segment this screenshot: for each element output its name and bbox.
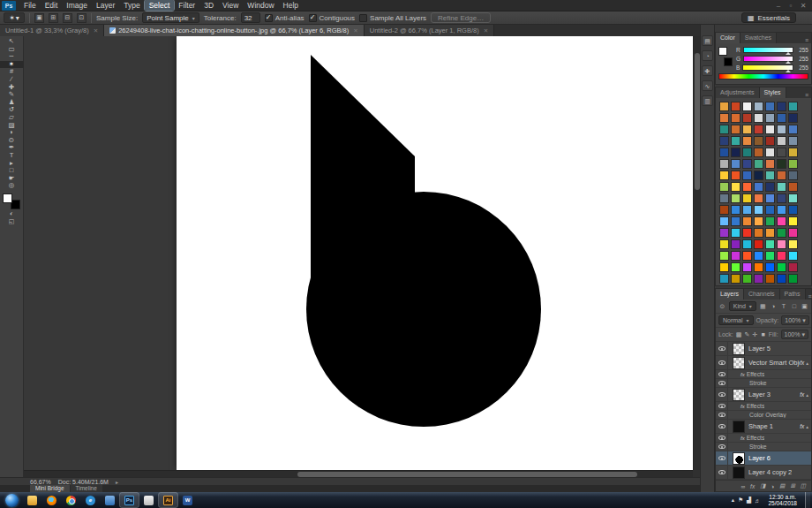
style-swatch[interactable] bbox=[788, 274, 798, 284]
visibility-toggle[interactable] bbox=[716, 466, 728, 479]
option-checkbox[interactable]: ✓ Contiguous bbox=[309, 14, 355, 22]
layer-row[interactable]: fx Color Overlay fx ▴ bbox=[716, 411, 811, 420]
style-swatch[interactable] bbox=[777, 159, 786, 169]
color-spectrum-ramp[interactable] bbox=[718, 73, 808, 80]
style-swatch[interactable] bbox=[765, 136, 775, 146]
style-swatch[interactable] bbox=[731, 148, 741, 157]
style-swatch[interactable] bbox=[719, 262, 729, 272]
collapsed-panel-icon[interactable]: ∿ bbox=[702, 80, 713, 91]
style-swatch[interactable] bbox=[777, 148, 786, 157]
style-swatch[interactable] bbox=[754, 148, 763, 157]
style-swatch[interactable] bbox=[777, 125, 786, 134]
style-swatch[interactable] bbox=[731, 274, 741, 284]
menu-item[interactable]: Image bbox=[62, 0, 92, 11]
style-swatch[interactable] bbox=[788, 171, 798, 180]
close-icon[interactable]: ✕ bbox=[94, 27, 98, 34]
document-tab[interactable]: Untitled-1 @ 33,3% (Gray/8) ✕ bbox=[0, 25, 104, 36]
layers-footer-icon[interactable]: ◑ bbox=[771, 483, 774, 489]
style-swatch[interactable] bbox=[754, 113, 763, 123]
style-swatch[interactable] bbox=[719, 125, 729, 134]
style-swatch[interactable] bbox=[731, 159, 741, 169]
style-swatch[interactable] bbox=[754, 274, 763, 284]
style-swatch[interactable] bbox=[742, 262, 752, 272]
layer-row[interactable]: fx Shape 1 fx ▴ bbox=[716, 420, 811, 434]
option-checkbox[interactable]: ✓ Anti-alias bbox=[265, 14, 304, 22]
style-swatch[interactable] bbox=[765, 125, 775, 134]
kind-filter-dropdown[interactable]: Kind ▾ bbox=[729, 301, 756, 311]
style-swatch[interactable] bbox=[788, 239, 798, 249]
layer-row[interactable]: fx Stroke fx ▴ bbox=[716, 379, 811, 388]
channel-slider[interactable] bbox=[743, 56, 793, 62]
layer-name[interactable]: Shape 1 bbox=[748, 422, 773, 430]
style-swatch[interactable] bbox=[777, 182, 786, 192]
style-swatch[interactable] bbox=[765, 159, 775, 169]
style-swatch[interactable] bbox=[788, 193, 798, 203]
taskbar-clock[interactable]: 12:30 a.m. 25/04/2018 bbox=[763, 494, 801, 507]
menu-item[interactable]: Help bbox=[279, 0, 303, 11]
style-swatch[interactable] bbox=[719, 251, 729, 261]
layer-thumbnail[interactable] bbox=[733, 357, 745, 369]
menu-item[interactable]: 3D bbox=[199, 0, 218, 11]
layer-thumbnail[interactable] bbox=[733, 343, 745, 355]
layer-row[interactable]: fx Layer 3 fx ▴ bbox=[716, 388, 811, 402]
style-swatch[interactable] bbox=[788, 205, 798, 215]
style-swatch[interactable] bbox=[731, 113, 741, 123]
selection-mode-button[interactable]: ⊡ bbox=[77, 13, 86, 23]
taskbar-app-button[interactable] bbox=[23, 493, 41, 507]
document-tab[interactable]: 26249408-live-chat-icon-chatting-online-… bbox=[104, 25, 365, 36]
collapsed-panel-icon[interactable]: ▤ bbox=[702, 35, 713, 46]
style-swatch[interactable] bbox=[719, 239, 729, 249]
taskbar-app-button[interactable]: e bbox=[81, 493, 100, 507]
style-swatch[interactable] bbox=[754, 102, 763, 111]
style-swatch[interactable] bbox=[788, 251, 798, 261]
taskbar-app-button[interactable]: W bbox=[178, 493, 197, 507]
style-swatch[interactable] bbox=[777, 193, 786, 203]
foreground-color-swatch[interactable] bbox=[718, 47, 727, 56]
style-swatch[interactable] bbox=[719, 182, 729, 192]
taskbar-app-button[interactable] bbox=[139, 493, 158, 507]
show-desktop-button[interactable] bbox=[805, 492, 810, 508]
style-swatch[interactable] bbox=[765, 182, 775, 192]
visibility-toggle[interactable] bbox=[716, 434, 728, 442]
toolbar-mode-button[interactable]: ◐ bbox=[0, 209, 24, 217]
style-swatch[interactable] bbox=[765, 216, 775, 226]
layer-row[interactable]: fx Layer 6 fx ▴ bbox=[716, 451, 811, 466]
layer-row[interactable]: fx Layer 5 fx ▴ bbox=[716, 342, 811, 356]
collapse-effects-arrow[interactable]: ▴ bbox=[806, 424, 811, 429]
channel-slider[interactable] bbox=[742, 64, 793, 71]
lock-option-icon[interactable]: ■ bbox=[761, 331, 766, 337]
style-swatch[interactable] bbox=[731, 205, 741, 215]
lock-option-icon[interactable]: ✛ bbox=[752, 331, 757, 338]
background-color-swatch[interactable] bbox=[724, 57, 733, 66]
layer-name[interactable]: Vector Smart Object bbox=[748, 359, 800, 367]
style-swatch[interactable] bbox=[719, 274, 729, 284]
layer-row[interactable]: fx Effects fx ▴ bbox=[716, 370, 811, 379]
style-swatch[interactable] bbox=[731, 102, 741, 111]
workspace-switcher[interactable]: ▦ Essentials bbox=[741, 12, 796, 23]
window-control-button[interactable]: – bbox=[773, 2, 784, 10]
layers-footer-icon[interactable]: fx bbox=[750, 483, 755, 489]
channel-value[interactable]: 255 bbox=[796, 56, 808, 62]
close-icon[interactable]: ✕ bbox=[353, 27, 357, 34]
layer-filter-icon[interactable]: ▣ bbox=[801, 303, 808, 310]
foreground-color-swatch[interactable] bbox=[3, 193, 12, 203]
style-swatch[interactable] bbox=[731, 239, 741, 249]
tray-icon[interactable]: ▴ bbox=[732, 497, 734, 504]
layer-name[interactable]: Effects bbox=[747, 403, 765, 409]
refine-edge-button[interactable]: Refine Edge… bbox=[431, 12, 491, 23]
panel-menu-icon[interactable]: ≡ bbox=[802, 37, 811, 43]
menu-item[interactable]: Window bbox=[243, 0, 278, 11]
style-swatch[interactable] bbox=[754, 171, 763, 180]
tray-icon[interactable]: ♬ bbox=[755, 497, 761, 504]
taskbar-app-button[interactable] bbox=[42, 493, 61, 507]
panel-tab[interactable]: Channels bbox=[744, 289, 780, 299]
channel-value[interactable]: 255 bbox=[796, 64, 808, 71]
layer-filter-icon[interactable]: T bbox=[780, 303, 788, 309]
channel-value[interactable]: 255 bbox=[796, 47, 808, 53]
style-swatch[interactable] bbox=[742, 102, 752, 111]
visibility-toggle[interactable] bbox=[716, 451, 728, 465]
style-swatch[interactable] bbox=[719, 193, 729, 203]
style-swatch[interactable] bbox=[788, 125, 798, 134]
layer-name[interactable]: Color Overlay bbox=[749, 412, 786, 418]
style-swatch[interactable] bbox=[742, 148, 752, 157]
